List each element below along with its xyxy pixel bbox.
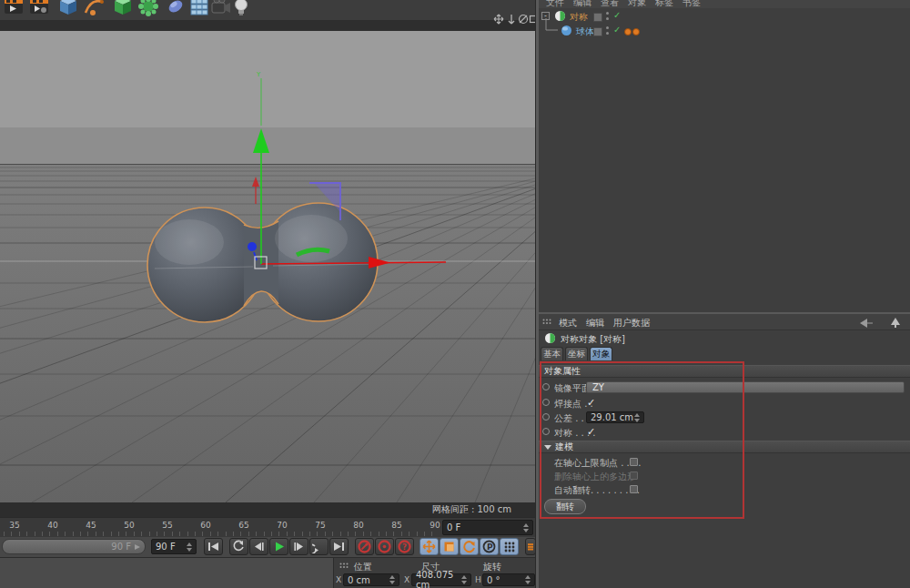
record-parameter-toggle[interactable]: P [480, 538, 499, 555]
tag-icon[interactable] [632, 28, 640, 35]
object-properties-header[interactable]: 对象属性 [539, 365, 910, 378]
z-axis-handle[interactable] [248, 242, 257, 251]
goto-start-button[interactable] [204, 538, 223, 555]
zoom-view-icon[interactable] [506, 14, 517, 25]
field-stepper-icon[interactable] [525, 575, 531, 584]
add-generator-icon[interactable] [111, 0, 135, 18]
render-view-icon[interactable] [2, 0, 25, 18]
mirror-plane-row: 镜像平面 ZY [539, 381, 910, 394]
field-stepper-icon[interactable] [461, 575, 467, 584]
viewport-3d[interactable]: Y [0, 31, 537, 502]
mirror-plane-dropdown[interactable]: ZY [586, 381, 905, 393]
next-frame-button[interactable] [289, 538, 308, 555]
frame-stepper-icon[interactable] [187, 542, 192, 552]
goto-end-button[interactable] [329, 538, 349, 555]
add-array-icon[interactable] [187, 0, 211, 18]
frame-stepper-icon[interactable] [523, 523, 529, 532]
tolerance-field[interactable]: 29.01 cm [586, 411, 644, 423]
record-rotation-toggle[interactable] [460, 538, 479, 555]
flip-button[interactable]: 翻转 [544, 499, 586, 514]
ruler-tick: 35 [5, 521, 24, 530]
om-menu-file[interactable]: 文件 [546, 0, 564, 8]
layer-toggle-icon[interactable] [593, 13, 602, 22]
timeline-range-slider[interactable]: 90 F [2, 539, 146, 554]
object-name[interactable]: 球体 [576, 25, 594, 38]
rotation-h-field[interactable]: 0 ° [482, 573, 535, 586]
tab-coordinates[interactable]: 坐标 [565, 347, 588, 360]
object-row-symmetry[interactable]: - 对称 ✓ [539, 9, 910, 24]
clamp-points-label: 在轴心上限制点 . . . . [554, 457, 641, 470]
add-light-icon[interactable] [229, 0, 253, 18]
pan-view-icon[interactable] [493, 14, 504, 25]
om-menu-tags[interactable]: 标签 [655, 0, 673, 8]
clamp-points-row: 在轴心上限制点 . . . . [539, 456, 910, 469]
max-frame-field[interactable]: 90 F [151, 539, 197, 554]
animation-dot-icon[interactable] [542, 399, 550, 406]
clamp-points-checkbox[interactable] [630, 458, 638, 466]
object-row-sphere[interactable]: 球体 ✓ [539, 24, 910, 38]
modeling-section-header[interactable]: 建模 [539, 441, 910, 453]
add-cube-icon[interactable] [56, 0, 80, 18]
play-button[interactable] [269, 538, 288, 555]
am-menu-mode[interactable]: 模式 [559, 317, 577, 329]
size-x-field[interactable]: 408.075 cm [411, 573, 471, 586]
auto-flip-label: 自动翻转. . . . . . . . . [554, 484, 640, 497]
history-up-icon[interactable] [888, 317, 903, 329]
om-menu-objects[interactable]: 对象 [628, 0, 646, 8]
field-stepper-icon[interactable] [634, 413, 640, 422]
attribute-manager-menubar: 模式 编辑 用户数据 [539, 314, 910, 330]
am-menu-edit[interactable]: 编辑 [586, 317, 604, 329]
keyframe-selection-button[interactable]: ? [395, 538, 414, 555]
field-stepper-icon[interactable] [389, 575, 395, 584]
layer-toggle-icon[interactable] [593, 27, 602, 36]
current-frame-field[interactable]: 0 F [442, 520, 533, 535]
previous-frame-button[interactable] [249, 538, 268, 555]
ruler-minor-ticks [4, 532, 437, 536]
panel-grip-icon[interactable] [339, 563, 349, 570]
record-position-toggle[interactable] [420, 538, 439, 555]
enabled-check-icon[interactable]: ✓ [613, 10, 621, 20]
tab-object[interactable]: 对象 [590, 347, 612, 360]
timeline-ruler[interactable]: 35 40 45 50 55 60 65 70 75 80 85 90 0 F [0, 517, 537, 538]
rotate-view-icon[interactable] [518, 14, 529, 25]
auto-flip-row: 自动翻转. . . . . . . . . [539, 483, 910, 496]
enabled-check-icon[interactable]: ✓ [613, 25, 621, 35]
ruler-tick: 50 [120, 521, 138, 530]
position-x-field[interactable]: 0 cm [343, 573, 399, 586]
loop-playback-button[interactable] [309, 538, 329, 555]
render-settings-icon[interactable] [27, 0, 51, 18]
mirror-plane-label: 镜像平面 [554, 382, 591, 395]
weld-points-checkbox[interactable]: ✓ [587, 397, 595, 409]
symmetry-checkbox[interactable]: ✓ [587, 426, 595, 438]
object-name[interactable]: 对称 [570, 11, 588, 24]
ruler-tick: 60 [197, 521, 215, 530]
tab-basic[interactable]: 基本 [541, 347, 563, 360]
om-menu-view[interactable]: 查看 [601, 0, 619, 8]
ruler-tick: 40 [44, 521, 62, 530]
rotation-header: 旋转 [483, 561, 501, 573]
bottom-empty-area [0, 557, 333, 588]
delete-polygons-label: 删除轴心上的多边形 [554, 471, 636, 483]
record-scale-toggle[interactable] [440, 538, 459, 555]
history-back-icon[interactable] [859, 318, 874, 330]
animation-dot-icon[interactable] [542, 413, 550, 421]
axis-label: X [336, 575, 341, 584]
auto-flip-checkbox[interactable] [630, 485, 638, 493]
svg-text:P: P [487, 542, 493, 552]
om-menu-bookmark[interactable]: 书签 [682, 0, 701, 8]
am-menu-userdata[interactable]: 用户数据 [613, 317, 650, 329]
om-menu-edit[interactable]: 编辑 [573, 0, 592, 8]
play-backwards-button[interactable] [229, 538, 248, 555]
record-pla-toggle[interactable] [500, 538, 519, 555]
add-spline-object-icon[interactable] [164, 0, 187, 18]
animation-dot-icon[interactable] [542, 383, 550, 390]
animation-dot-icon[interactable] [542, 428, 550, 435]
record-keyframe-button[interactable] [355, 538, 374, 555]
panel-grip-icon[interactable] [542, 319, 553, 326]
add-deformer-icon[interactable] [136, 0, 160, 18]
tag-icon[interactable] [624, 28, 632, 35]
sphere-object-icon [561, 25, 572, 36]
spline-pen-icon[interactable] [82, 0, 106, 18]
autokeying-button[interactable] [375, 538, 394, 555]
slider-grip-icon[interactable] [134, 543, 141, 551]
